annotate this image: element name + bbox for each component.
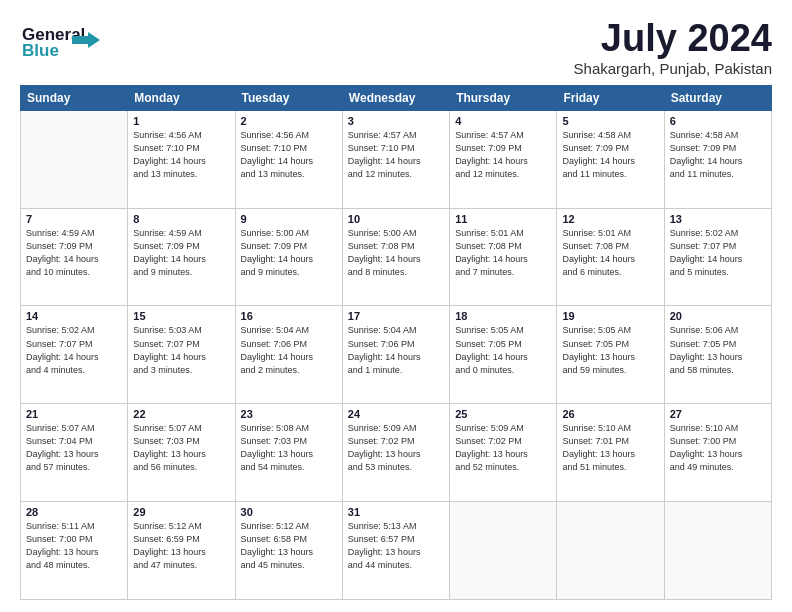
table-row: 18Sunrise: 5:05 AMSunset: 7:05 PMDayligh… — [450, 306, 557, 404]
day-number: 14 — [26, 310, 122, 322]
day-info: Sunrise: 5:10 AMSunset: 7:01 PMDaylight:… — [562, 422, 658, 474]
day-info: Sunrise: 5:00 AMSunset: 7:08 PMDaylight:… — [348, 227, 444, 279]
table-row: 9Sunrise: 5:00 AMSunset: 7:09 PMDaylight… — [235, 208, 342, 306]
day-number: 19 — [562, 310, 658, 322]
day-info: Sunrise: 5:06 AMSunset: 7:05 PMDaylight:… — [670, 324, 766, 376]
day-number: 7 — [26, 213, 122, 225]
day-info: Sunrise: 5:12 AMSunset: 6:59 PMDaylight:… — [133, 520, 229, 572]
day-info: Sunrise: 4:59 AMSunset: 7:09 PMDaylight:… — [26, 227, 122, 279]
day-number: 10 — [348, 213, 444, 225]
day-number: 3 — [348, 115, 444, 127]
day-info: Sunrise: 5:13 AMSunset: 6:57 PMDaylight:… — [348, 520, 444, 572]
col-friday: Friday — [557, 85, 664, 110]
day-number: 4 — [455, 115, 551, 127]
col-monday: Monday — [128, 85, 235, 110]
day-number: 2 — [241, 115, 337, 127]
day-number: 29 — [133, 506, 229, 518]
table-row: 22Sunrise: 5:07 AMSunset: 7:03 PMDayligh… — [128, 404, 235, 502]
table-row: 4Sunrise: 4:57 AMSunset: 7:09 PMDaylight… — [450, 110, 557, 208]
day-number: 31 — [348, 506, 444, 518]
table-row: 26Sunrise: 5:10 AMSunset: 7:01 PMDayligh… — [557, 404, 664, 502]
day-info: Sunrise: 4:58 AMSunset: 7:09 PMDaylight:… — [562, 129, 658, 181]
day-info: Sunrise: 5:04 AMSunset: 7:06 PMDaylight:… — [348, 324, 444, 376]
day-number: 5 — [562, 115, 658, 127]
logo-svg: General Blue — [20, 18, 130, 60]
col-saturday: Saturday — [664, 85, 771, 110]
table-row: 17Sunrise: 5:04 AMSunset: 7:06 PMDayligh… — [342, 306, 449, 404]
table-row: 21Sunrise: 5:07 AMSunset: 7:04 PMDayligh… — [21, 404, 128, 502]
day-number: 12 — [562, 213, 658, 225]
day-number: 11 — [455, 213, 551, 225]
table-row: 16Sunrise: 5:04 AMSunset: 7:06 PMDayligh… — [235, 306, 342, 404]
day-info: Sunrise: 5:04 AMSunset: 7:06 PMDaylight:… — [241, 324, 337, 376]
calendar-page: General Blue July 2024 Shakargarh, Punja… — [0, 0, 792, 612]
day-number: 6 — [670, 115, 766, 127]
table-row: 6Sunrise: 4:58 AMSunset: 7:09 PMDaylight… — [664, 110, 771, 208]
day-number: 25 — [455, 408, 551, 420]
day-info: Sunrise: 5:07 AMSunset: 7:03 PMDaylight:… — [133, 422, 229, 474]
day-info: Sunrise: 5:09 AMSunset: 7:02 PMDaylight:… — [348, 422, 444, 474]
day-number: 20 — [670, 310, 766, 322]
table-row — [21, 110, 128, 208]
table-row: 5Sunrise: 4:58 AMSunset: 7:09 PMDaylight… — [557, 110, 664, 208]
table-row: 10Sunrise: 5:00 AMSunset: 7:08 PMDayligh… — [342, 208, 449, 306]
table-row: 2Sunrise: 4:56 AMSunset: 7:10 PMDaylight… — [235, 110, 342, 208]
day-number: 28 — [26, 506, 122, 518]
table-row — [557, 502, 664, 600]
day-info: Sunrise: 5:10 AMSunset: 7:00 PMDaylight:… — [670, 422, 766, 474]
day-number: 9 — [241, 213, 337, 225]
day-number: 16 — [241, 310, 337, 322]
day-info: Sunrise: 5:05 AMSunset: 7:05 PMDaylight:… — [455, 324, 551, 376]
day-info: Sunrise: 5:01 AMSunset: 7:08 PMDaylight:… — [455, 227, 551, 279]
title-block: July 2024 Shakargarh, Punjab, Pakistan — [574, 18, 772, 77]
day-number: 27 — [670, 408, 766, 420]
day-info: Sunrise: 4:59 AMSunset: 7:09 PMDaylight:… — [133, 227, 229, 279]
col-thursday: Thursday — [450, 85, 557, 110]
col-wednesday: Wednesday — [342, 85, 449, 110]
day-info: Sunrise: 5:02 AMSunset: 7:07 PMDaylight:… — [26, 324, 122, 376]
day-info: Sunrise: 4:57 AMSunset: 7:10 PMDaylight:… — [348, 129, 444, 181]
table-row: 14Sunrise: 5:02 AMSunset: 7:07 PMDayligh… — [21, 306, 128, 404]
day-info: Sunrise: 5:11 AMSunset: 7:00 PMDaylight:… — [26, 520, 122, 572]
table-row: 24Sunrise: 5:09 AMSunset: 7:02 PMDayligh… — [342, 404, 449, 502]
day-info: Sunrise: 5:00 AMSunset: 7:09 PMDaylight:… — [241, 227, 337, 279]
day-number: 15 — [133, 310, 229, 322]
day-info: Sunrise: 5:05 AMSunset: 7:05 PMDaylight:… — [562, 324, 658, 376]
day-info: Sunrise: 4:58 AMSunset: 7:09 PMDaylight:… — [670, 129, 766, 181]
table-row: 25Sunrise: 5:09 AMSunset: 7:02 PMDayligh… — [450, 404, 557, 502]
table-row: 19Sunrise: 5:05 AMSunset: 7:05 PMDayligh… — [557, 306, 664, 404]
day-info: Sunrise: 4:56 AMSunset: 7:10 PMDaylight:… — [133, 129, 229, 181]
table-row: 7Sunrise: 4:59 AMSunset: 7:09 PMDaylight… — [21, 208, 128, 306]
table-row: 29Sunrise: 5:12 AMSunset: 6:59 PMDayligh… — [128, 502, 235, 600]
col-tuesday: Tuesday — [235, 85, 342, 110]
day-info: Sunrise: 5:08 AMSunset: 7:03 PMDaylight:… — [241, 422, 337, 474]
table-row — [450, 502, 557, 600]
table-row: 20Sunrise: 5:06 AMSunset: 7:05 PMDayligh… — [664, 306, 771, 404]
calendar-table: Sunday Monday Tuesday Wednesday Thursday… — [20, 85, 772, 600]
day-number: 22 — [133, 408, 229, 420]
table-row: 3Sunrise: 4:57 AMSunset: 7:10 PMDaylight… — [342, 110, 449, 208]
day-number: 8 — [133, 213, 229, 225]
day-number: 21 — [26, 408, 122, 420]
table-row: 11Sunrise: 5:01 AMSunset: 7:08 PMDayligh… — [450, 208, 557, 306]
svg-text:Blue: Blue — [22, 41, 59, 60]
day-number: 18 — [455, 310, 551, 322]
month-title: July 2024 — [574, 18, 772, 60]
day-info: Sunrise: 5:12 AMSunset: 6:58 PMDaylight:… — [241, 520, 337, 572]
table-row: 12Sunrise: 5:01 AMSunset: 7:08 PMDayligh… — [557, 208, 664, 306]
logo: General Blue — [20, 18, 130, 60]
table-row: 28Sunrise: 5:11 AMSunset: 7:00 PMDayligh… — [21, 502, 128, 600]
day-info: Sunrise: 5:09 AMSunset: 7:02 PMDaylight:… — [455, 422, 551, 474]
table-row — [664, 502, 771, 600]
day-number: 17 — [348, 310, 444, 322]
table-row: 15Sunrise: 5:03 AMSunset: 7:07 PMDayligh… — [128, 306, 235, 404]
day-info: Sunrise: 4:57 AMSunset: 7:09 PMDaylight:… — [455, 129, 551, 181]
day-info: Sunrise: 5:03 AMSunset: 7:07 PMDaylight:… — [133, 324, 229, 376]
header-row: Sunday Monday Tuesday Wednesday Thursday… — [21, 85, 772, 110]
day-number: 26 — [562, 408, 658, 420]
day-number: 13 — [670, 213, 766, 225]
table-row: 13Sunrise: 5:02 AMSunset: 7:07 PMDayligh… — [664, 208, 771, 306]
day-number: 1 — [133, 115, 229, 127]
table-row: 31Sunrise: 5:13 AMSunset: 6:57 PMDayligh… — [342, 502, 449, 600]
day-info: Sunrise: 5:01 AMSunset: 7:08 PMDaylight:… — [562, 227, 658, 279]
